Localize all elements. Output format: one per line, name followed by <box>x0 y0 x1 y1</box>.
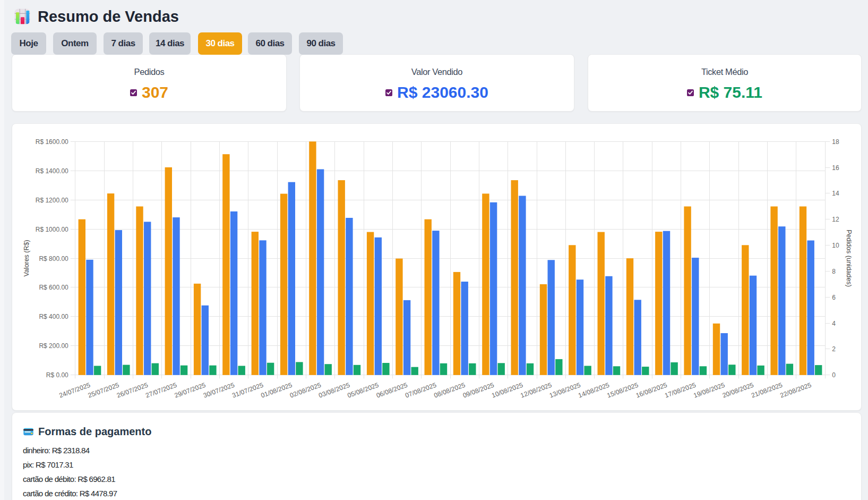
svg-text:14: 14 <box>832 190 839 197</box>
svg-text:R$ 1000.00: R$ 1000.00 <box>36 226 68 233</box>
svg-text:13/08/2025: 13/08/2025 <box>548 381 582 399</box>
svg-text:22/08/2025: 22/08/2025 <box>779 381 813 399</box>
svg-text:R$ 800.00: R$ 800.00 <box>39 255 68 262</box>
svg-text:19/08/2025: 19/08/2025 <box>693 381 726 399</box>
svg-text:10/08/2025: 10/08/2025 <box>491 381 524 399</box>
svg-text:06/08/2025: 06/08/2025 <box>375 381 409 399</box>
svg-text:18: 18 <box>832 138 839 146</box>
svg-text:07/08/2025: 07/08/2025 <box>404 381 437 399</box>
svg-text:08/08/2025: 08/08/2025 <box>433 381 467 399</box>
svg-text:26/07/2025: 26/07/2025 <box>116 381 149 399</box>
svg-text:27/07/2025: 27/07/2025 <box>144 381 178 399</box>
svg-text:2: 2 <box>832 345 836 353</box>
svg-text:8: 8 <box>832 268 836 275</box>
svg-text:R$ 400.00: R$ 400.00 <box>39 313 68 320</box>
svg-text:12/08/2025: 12/08/2025 <box>520 381 553 399</box>
svg-text:09/08/2025: 09/08/2025 <box>462 381 495 399</box>
svg-text:15/08/2025: 15/08/2025 <box>606 381 640 399</box>
svg-text:05/08/2025: 05/08/2025 <box>347 381 380 399</box>
svg-text:R$ 0.00: R$ 0.00 <box>46 371 68 379</box>
svg-text:Valores (R$): Valores (R$) <box>23 240 30 276</box>
svg-text:0: 0 <box>832 371 836 379</box>
svg-text:12: 12 <box>832 216 839 223</box>
svg-text:R$ 1600.00: R$ 1600.00 <box>36 138 68 146</box>
svg-text:16/08/2025: 16/08/2025 <box>635 381 668 399</box>
svg-text:31/07/2025: 31/07/2025 <box>231 381 264 399</box>
svg-text:4: 4 <box>832 320 836 327</box>
svg-text:17/08/2025: 17/08/2025 <box>664 381 697 399</box>
svg-text:Pedidos (unidades): Pedidos (unidades) <box>845 230 853 287</box>
svg-text:6: 6 <box>832 294 836 301</box>
svg-text:R$ 1200.00: R$ 1200.00 <box>36 197 68 204</box>
svg-text:R$ 200.00: R$ 200.00 <box>39 342 68 350</box>
svg-text:16: 16 <box>832 164 839 172</box>
svg-text:14/08/2025: 14/08/2025 <box>577 381 611 399</box>
svg-text:30/07/2025: 30/07/2025 <box>202 381 236 399</box>
svg-text:20/08/2025: 20/08/2025 <box>721 381 755 399</box>
svg-text:21/08/2025: 21/08/2025 <box>750 381 784 399</box>
svg-text:10: 10 <box>832 242 839 249</box>
svg-text:01/08/2025: 01/08/2025 <box>260 381 294 399</box>
svg-text:R$ 1400.00: R$ 1400.00 <box>36 167 68 175</box>
svg-text:25/07/2025: 25/07/2025 <box>87 381 121 399</box>
svg-text:02/08/2025: 02/08/2025 <box>289 381 322 399</box>
svg-text:24/07/2025: 24/07/2025 <box>58 381 91 399</box>
svg-text:29/07/2025: 29/07/2025 <box>174 381 207 399</box>
svg-text:03/08/2025: 03/08/2025 <box>317 381 351 399</box>
svg-text:R$ 600.00: R$ 600.00 <box>39 284 68 291</box>
